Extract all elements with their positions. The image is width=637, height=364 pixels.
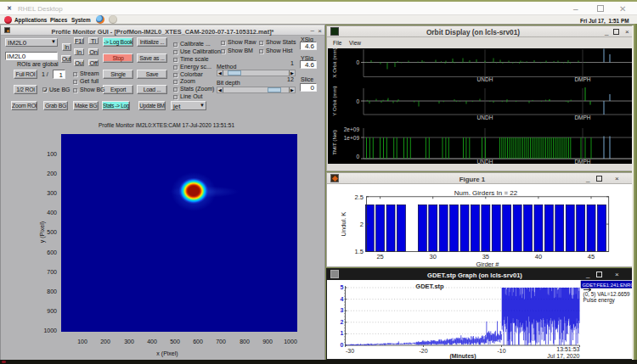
svg-text:(Minutes): (Minutes) [449, 353, 476, 360]
svg-text:Pulse energy: Pulse energy [583, 297, 616, 304]
svg-text:45: 45 [588, 253, 595, 260]
svg-text:DMPH: DMPH [574, 76, 590, 82]
svg-text:GDET.stp: GDET.stp [415, 283, 444, 290]
svg-text:3: 3 [341, 307, 344, 313]
svg-text:GDET:FEE1:241:ENRC: GDET:FEE1:241:ENRC [583, 283, 634, 288]
svg-text:2e+09: 2e+09 [344, 126, 360, 132]
svg-text:1e+09: 1e+09 [344, 135, 360, 141]
svg-text:0: 0 [356, 154, 359, 160]
svg-text:4: 4 [341, 296, 344, 302]
svg-text:Undul. K: Undul. K [340, 212, 347, 237]
svg-text:UNDH: UNDH [477, 115, 493, 120]
svg-text:Num. Girders In = 22: Num. Girders In = 22 [454, 189, 518, 197]
svg-text:Jul 17, 2020: Jul 17, 2020 [547, 353, 579, 359]
svg-text:30: 30 [430, 253, 437, 260]
svg-text:UNDH: UNDH [477, 76, 493, 82]
svg-text:25: 25 [376, 253, 383, 260]
svg-text:Girder #: Girder # [476, 260, 499, 267]
svg-text:X Orbit (mm): X Orbit (mm) [331, 48, 337, 78]
svg-text:0: 0 [356, 59, 359, 65]
svg-text:5: 5 [341, 284, 344, 290]
svg-text:2: 2 [341, 319, 344, 325]
svg-text:-30: -30 [346, 348, 354, 354]
svg-text:35: 35 [482, 253, 489, 260]
svg-text:1.5: 1.5 [355, 248, 364, 255]
svg-text:-20: -20 [419, 348, 427, 354]
svg-text:1: 1 [341, 330, 344, 336]
svg-text:-10: -10 [497, 348, 505, 354]
svg-text:2.5: 2.5 [355, 193, 364, 201]
svg-text:Y Orbit (mm): Y Orbit (mm) [331, 86, 337, 115]
svg-text:0: 0 [341, 342, 344, 348]
svg-text:UNDH: UNDH [477, 159, 493, 165]
svg-text:0: 0 [356, 98, 359, 104]
svg-text:2: 2 [360, 221, 364, 228]
svg-text:DMPH: DMPH [574, 159, 590, 165]
svg-text:40: 40 [535, 253, 542, 260]
svg-text:13:51:53: 13:51:53 [556, 346, 579, 352]
svg-text:DMPH: DMPH [574, 115, 590, 120]
svg-text:TMIT (Nel): TMIT (Nel) [331, 130, 337, 154]
